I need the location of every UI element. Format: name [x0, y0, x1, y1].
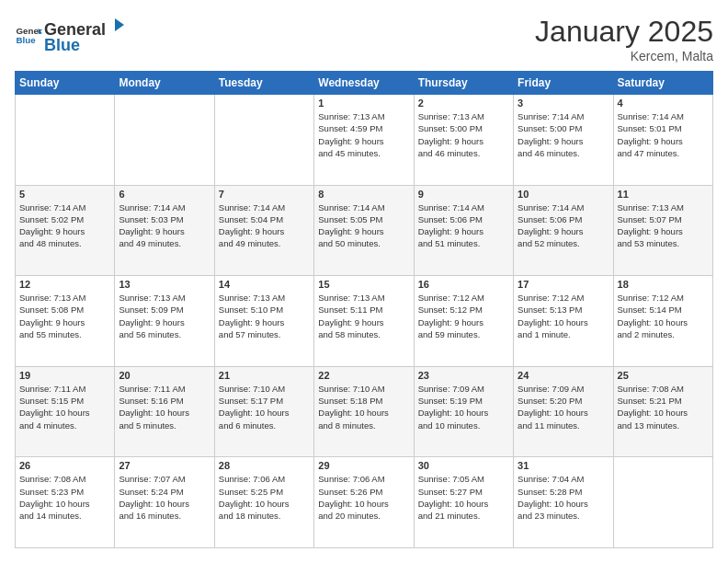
calendar-cell: 29Sunrise: 7:06 AM Sunset: 5:26 PM Dayli… [314, 457, 414, 548]
header-saturday: Saturday [613, 72, 712, 95]
calendar-cell: 23Sunrise: 7:09 AM Sunset: 5:19 PM Dayli… [414, 366, 513, 457]
calendar-cell: 9Sunrise: 7:14 AM Sunset: 5:06 PM Daylig… [414, 185, 513, 276]
calendar-cell: 3Sunrise: 7:14 AM Sunset: 5:00 PM Daylig… [514, 95, 613, 186]
day-number: 23 [418, 370, 509, 381]
day-info: Sunrise: 7:08 AM Sunset: 5:21 PM Dayligh… [618, 383, 709, 431]
calendar-cell: 26Sunrise: 7:08 AM Sunset: 5:23 PM Dayli… [16, 457, 115, 548]
day-number: 13 [119, 279, 210, 290]
day-info: Sunrise: 7:13 AM Sunset: 5:07 PM Dayligh… [618, 201, 709, 250]
day-number: 3 [518, 98, 609, 109]
day-number: 29 [318, 460, 409, 471]
day-info: Sunrise: 7:07 AM Sunset: 5:24 PM Dayligh… [119, 473, 210, 522]
day-number: 20 [119, 370, 210, 381]
title-block: January 2025 Kercem, Malta [535, 15, 713, 63]
day-info: Sunrise: 7:09 AM Sunset: 5:20 PM Dayligh… [518, 383, 609, 431]
calendar-week-3: 19Sunrise: 7:11 AM Sunset: 5:15 PM Dayli… [16, 366, 713, 457]
day-info: Sunrise: 7:12 AM Sunset: 5:12 PM Dayligh… [418, 292, 509, 340]
day-info: Sunrise: 7:06 AM Sunset: 5:26 PM Dayligh… [318, 473, 409, 522]
day-number: 16 [418, 279, 509, 290]
day-info: Sunrise: 7:14 AM Sunset: 5:02 PM Dayligh… [19, 201, 110, 250]
day-info: Sunrise: 7:14 AM Sunset: 5:00 PM Dayligh… [518, 110, 609, 159]
day-info: Sunrise: 7:13 AM Sunset: 4:59 PM Dayligh… [318, 110, 409, 159]
day-number: 10 [518, 189, 609, 200]
calendar-cell: 5Sunrise: 7:14 AM Sunset: 5:02 PM Daylig… [16, 185, 115, 276]
day-number: 19 [19, 370, 110, 381]
calendar-cell [115, 95, 214, 186]
day-number: 15 [318, 279, 409, 290]
calendar-week-1: 5Sunrise: 7:14 AM Sunset: 5:02 PM Daylig… [16, 185, 713, 276]
svg-marker-3 [115, 18, 124, 31]
day-number: 27 [119, 460, 210, 471]
day-number: 24 [518, 370, 609, 381]
calendar-week-0: 1Sunrise: 7:13 AM Sunset: 4:59 PM Daylig… [16, 95, 713, 186]
day-number: 12 [19, 279, 110, 290]
day-number: 14 [219, 279, 310, 290]
calendar-cell: 28Sunrise: 7:06 AM Sunset: 5:25 PM Dayli… [214, 457, 313, 548]
calendar-cell: 30Sunrise: 7:05 AM Sunset: 5:27 PM Dayli… [414, 457, 513, 548]
calendar-cell: 18Sunrise: 7:12 AM Sunset: 5:14 PM Dayli… [613, 276, 712, 367]
day-number: 6 [119, 189, 210, 200]
header-thursday: Thursday [414, 72, 513, 95]
day-info: Sunrise: 7:13 AM Sunset: 5:00 PM Dayligh… [418, 110, 509, 159]
logo: General Blue General Blue [15, 15, 130, 55]
day-info: Sunrise: 7:08 AM Sunset: 5:23 PM Dayligh… [19, 473, 110, 522]
calendar-cell: 11Sunrise: 7:13 AM Sunset: 5:07 PM Dayli… [613, 185, 712, 276]
day-info: Sunrise: 7:11 AM Sunset: 5:16 PM Dayligh… [119, 383, 210, 431]
calendar-cell: 27Sunrise: 7:07 AM Sunset: 5:24 PM Dayli… [115, 457, 214, 548]
day-info: Sunrise: 7:05 AM Sunset: 5:27 PM Dayligh… [418, 473, 509, 522]
calendar-cell: 31Sunrise: 7:04 AM Sunset: 5:28 PM Dayli… [514, 457, 613, 548]
day-number: 25 [618, 370, 709, 381]
calendar-cell: 1Sunrise: 7:13 AM Sunset: 4:59 PM Daylig… [314, 95, 414, 186]
day-number: 1 [318, 98, 409, 109]
day-info: Sunrise: 7:10 AM Sunset: 5:18 PM Dayligh… [318, 383, 409, 431]
day-info: Sunrise: 7:13 AM Sunset: 5:08 PM Dayligh… [19, 292, 110, 340]
calendar-cell: 19Sunrise: 7:11 AM Sunset: 5:15 PM Dayli… [16, 366, 115, 457]
day-number: 21 [219, 370, 310, 381]
calendar-cell: 10Sunrise: 7:14 AM Sunset: 5:06 PM Dayli… [514, 185, 613, 276]
day-number: 28 [219, 460, 310, 471]
calendar-cell: 6Sunrise: 7:14 AM Sunset: 5:03 PM Daylig… [115, 185, 214, 276]
day-info: Sunrise: 7:13 AM Sunset: 5:09 PM Dayligh… [119, 292, 210, 340]
day-info: Sunrise: 7:12 AM Sunset: 5:13 PM Dayligh… [518, 292, 609, 340]
calendar-cell: 17Sunrise: 7:12 AM Sunset: 5:13 PM Dayli… [514, 276, 613, 367]
calendar-header-row: Sunday Monday Tuesday Wednesday Thursday… [16, 72, 713, 95]
calendar-cell [214, 95, 313, 186]
header: General Blue General Blue January 2025 K… [15, 15, 713, 63]
page: General Blue General Blue January 2025 K… [0, 0, 728, 563]
day-number: 30 [418, 460, 509, 471]
day-number: 2 [418, 98, 509, 109]
day-info: Sunrise: 7:14 AM Sunset: 5:05 PM Dayligh… [318, 201, 409, 250]
day-number: 31 [518, 460, 609, 471]
calendar-cell [613, 457, 712, 548]
logo-icon: General Blue [15, 21, 42, 49]
calendar-cell: 24Sunrise: 7:09 AM Sunset: 5:20 PM Dayli… [514, 366, 613, 457]
day-info: Sunrise: 7:09 AM Sunset: 5:19 PM Dayligh… [418, 383, 509, 431]
svg-text:Blue: Blue [17, 35, 37, 45]
day-number: 8 [318, 189, 409, 200]
day-number: 5 [19, 189, 110, 200]
day-number: 22 [318, 370, 409, 381]
day-info: Sunrise: 7:14 AM Sunset: 5:06 PM Dayligh… [418, 201, 509, 250]
day-number: 9 [418, 189, 509, 200]
header-monday: Monday [115, 72, 214, 95]
day-info: Sunrise: 7:13 AM Sunset: 5:11 PM Dayligh… [318, 292, 409, 340]
month-title: January 2025 [535, 15, 713, 49]
day-info: Sunrise: 7:14 AM Sunset: 5:06 PM Dayligh… [518, 201, 609, 250]
calendar-cell: 14Sunrise: 7:13 AM Sunset: 5:10 PM Dayli… [214, 276, 313, 367]
calendar-cell [16, 95, 115, 186]
calendar-week-4: 26Sunrise: 7:08 AM Sunset: 5:23 PM Dayli… [16, 457, 713, 548]
calendar-cell: 20Sunrise: 7:11 AM Sunset: 5:16 PM Dayli… [115, 366, 214, 457]
day-info: Sunrise: 7:11 AM Sunset: 5:15 PM Dayligh… [19, 383, 110, 431]
calendar-cell: 7Sunrise: 7:14 AM Sunset: 5:04 PM Daylig… [214, 185, 313, 276]
day-number: 4 [618, 98, 709, 109]
logo-arrow-icon [108, 15, 128, 35]
header-sunday: Sunday [16, 72, 115, 95]
calendar-cell: 4Sunrise: 7:14 AM Sunset: 5:01 PM Daylig… [613, 95, 712, 186]
day-info: Sunrise: 7:13 AM Sunset: 5:10 PM Dayligh… [219, 292, 310, 340]
day-info: Sunrise: 7:06 AM Sunset: 5:25 PM Dayligh… [219, 473, 310, 522]
day-info: Sunrise: 7:14 AM Sunset: 5:01 PM Dayligh… [618, 110, 709, 159]
header-wednesday: Wednesday [314, 72, 414, 95]
calendar-cell: 22Sunrise: 7:10 AM Sunset: 5:18 PM Dayli… [314, 366, 414, 457]
day-number: 26 [19, 460, 110, 471]
calendar-cell: 21Sunrise: 7:10 AM Sunset: 5:17 PM Dayli… [214, 366, 313, 457]
